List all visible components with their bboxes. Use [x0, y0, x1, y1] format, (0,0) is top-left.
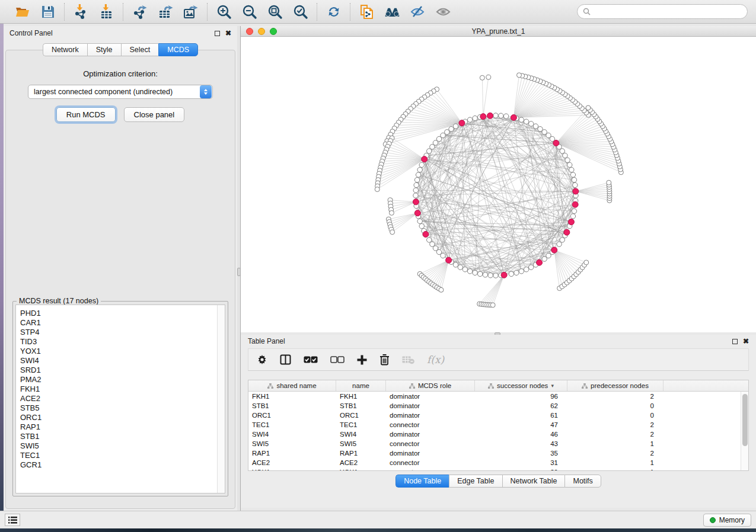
graph-node[interactable]	[570, 172, 575, 177]
graph-node[interactable]	[493, 273, 498, 278]
graph-satellite-node[interactable]	[486, 75, 491, 79]
graph-satellite-node[interactable]	[516, 73, 521, 78]
graph-node[interactable]	[414, 182, 419, 187]
graph-node[interactable]	[467, 117, 472, 122]
search-input[interactable]	[594, 8, 742, 16]
graph-dominator-node[interactable]	[573, 188, 579, 194]
mcds-result-item[interactable]: YOX1	[20, 347, 217, 356]
graph-node[interactable]	[416, 172, 420, 177]
memory-button[interactable]: Memory	[703, 514, 751, 527]
graph-node[interactable]	[453, 124, 458, 129]
graph-node[interactable]	[524, 119, 528, 124]
mcds-list-scrollbar[interactable]	[217, 305, 225, 493]
tab-network[interactable]: Network	[43, 43, 87, 56]
graph-node[interactable]	[538, 127, 543, 132]
hide-graphics-details-icon[interactable]	[410, 4, 426, 20]
mcds-result-item[interactable]: GCR1	[20, 460, 217, 470]
graph-node[interactable]	[509, 271, 513, 276]
graph-node[interactable]	[569, 167, 574, 172]
graph-dominator-node[interactable]	[480, 114, 486, 120]
graph-node[interactable]	[419, 162, 424, 167]
graph-node[interactable]	[488, 273, 493, 278]
column-header-MCDS-role[interactable]: MCDS role	[386, 380, 475, 391]
delete-column-icon[interactable]	[379, 354, 390, 366]
open-file-icon[interactable]	[14, 4, 30, 20]
select-all-icon[interactable]	[304, 356, 318, 364]
table-row[interactable]: STB1STB1dominator620	[248, 401, 748, 411]
mcds-result-item[interactable]: SRD1	[20, 366, 217, 375]
table-scrollbar[interactable]	[741, 392, 748, 470]
graph-node[interactable]	[414, 177, 419, 182]
save-session-icon[interactable]	[40, 4, 56, 20]
table-row[interactable]: ORC1ORC1dominator610	[248, 411, 748, 420]
zoom-in-icon[interactable]	[216, 4, 232, 20]
export-network-icon[interactable]	[132, 4, 148, 20]
tab-mcds[interactable]: MCDS	[158, 43, 198, 56]
run-mcds-button[interactable]: Run MCDS	[56, 107, 116, 122]
graph-node[interactable]	[570, 214, 575, 219]
graph-node[interactable]	[427, 149, 432, 153]
graph-dominator-node[interactable]	[568, 219, 574, 225]
table-row[interactable]: TEC1TEC1connector472	[248, 420, 748, 430]
graph-node[interactable]	[449, 127, 454, 132]
export-image-icon[interactable]	[183, 4, 199, 20]
graph-node[interactable]	[529, 265, 534, 270]
graph-node[interactable]	[430, 242, 435, 246]
float-window-icon[interactable]	[215, 31, 220, 36]
graph-node[interactable]	[573, 182, 578, 187]
tab-style[interactable]: Style	[87, 43, 121, 56]
mcds-result-item[interactable]: STB5	[20, 403, 217, 413]
column-header-shared-name[interactable]: shared name	[248, 380, 336, 391]
import-network-icon[interactable]	[73, 4, 89, 20]
network-window-titlebar[interactable]: YPA_prune.txt_1	[241, 26, 756, 37]
refresh-layout-icon[interactable]	[326, 4, 342, 20]
task-history-button[interactable]	[5, 514, 20, 526]
deselect-all-icon[interactable]	[330, 356, 344, 364]
graph-satellite-node[interactable]	[389, 210, 394, 215]
column-header-successor-nodes[interactable]: successor nodes▾	[475, 380, 567, 391]
graph-node[interactable]	[417, 219, 422, 223]
export-table-icon[interactable]	[157, 4, 173, 20]
mcds-result-item[interactable]: CAR1	[20, 318, 217, 328]
zoom-fit-icon[interactable]	[267, 4, 283, 20]
function-builder-icon[interactable]: f(x)	[427, 354, 444, 366]
show-graphics-details-icon[interactable]	[435, 4, 451, 20]
import-table-icon[interactable]	[98, 4, 114, 20]
table-row[interactable]: YOX1YOX1connector291	[248, 467, 748, 471]
graph-node[interactable]	[499, 113, 503, 118]
table-row[interactable]: FKH1FKH1dominator962	[248, 392, 748, 401]
graph-node[interactable]	[467, 269, 472, 274]
delete-table-icon[interactable]	[402, 355, 414, 364]
mcds-result-item[interactable]: PHD1	[20, 309, 217, 318]
graph-node[interactable]	[546, 133, 551, 137]
graph-node[interactable]	[565, 158, 570, 162]
share-document-icon[interactable]	[359, 4, 375, 20]
mcds-result-item[interactable]: SWI5	[20, 441, 217, 451]
graph-satellite-node[interactable]	[480, 75, 484, 80]
graph-node[interactable]	[563, 153, 567, 158]
tab-network-table[interactable]: Network Table	[502, 475, 565, 488]
graph-node[interactable]	[503, 114, 508, 118]
mcds-result-item[interactable]: STB1	[20, 432, 217, 441]
graph-satellite-node[interactable]	[490, 303, 495, 307]
graph-node[interactable]	[477, 271, 482, 276]
graph-dominator-node[interactable]	[553, 140, 559, 146]
tab-edge-table[interactable]: Edge Table	[449, 475, 502, 488]
mcds-result-item[interactable]: SWI4	[20, 356, 217, 366]
graph-dominator-node[interactable]	[487, 113, 493, 118]
graph-node[interactable]	[493, 113, 498, 118]
graph-node[interactable]	[519, 269, 524, 274]
show-columns-icon[interactable]	[280, 354, 291, 365]
graph-node[interactable]	[473, 116, 477, 120]
graph-dominator-node[interactable]	[446, 257, 452, 263]
table-options-icon[interactable]	[257, 354, 267, 365]
tab-node-table[interactable]: Node Table	[395, 475, 449, 488]
column-header-name[interactable]: name	[336, 380, 386, 391]
graph-node[interactable]	[419, 223, 424, 228]
table-row[interactable]: SWI4SWI4dominator462	[248, 430, 748, 439]
float-table-panel-icon[interactable]	[732, 339, 738, 344]
tab-select[interactable]: Select	[121, 43, 159, 56]
graph-node[interactable]	[533, 124, 538, 129]
graph-node[interactable]	[560, 149, 564, 153]
graph-node[interactable]	[458, 265, 462, 270]
